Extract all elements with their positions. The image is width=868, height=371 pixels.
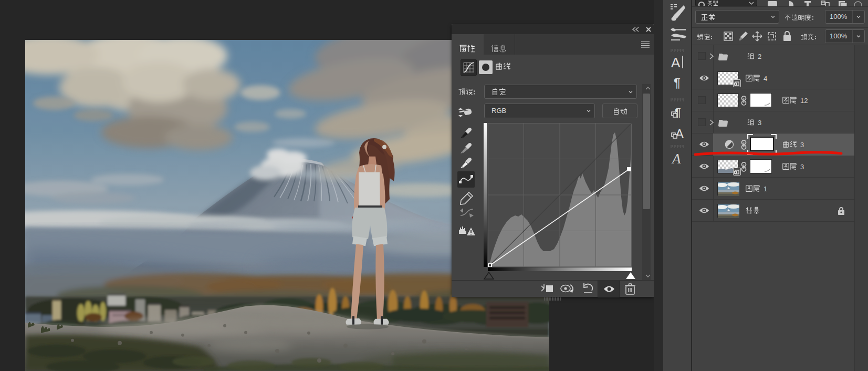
svg-text:A: A	[671, 151, 681, 166]
svg-text:A: A	[675, 127, 684, 141]
svg-text:A: A	[671, 55, 681, 70]
svg-text:¶: ¶	[674, 76, 681, 90]
